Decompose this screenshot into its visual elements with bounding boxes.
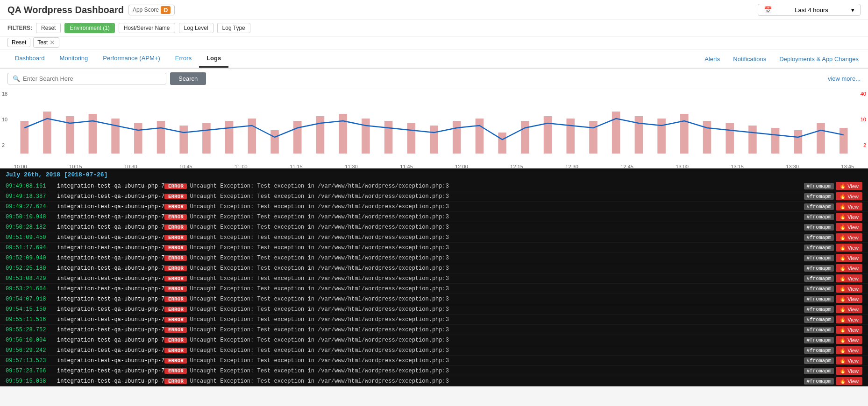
log-level-filter-button[interactable]: Log Level bbox=[179, 23, 213, 33]
log-type-filter-button[interactable]: Log Type bbox=[217, 23, 250, 33]
log-view-button[interactable]: 🔥 View bbox=[836, 305, 862, 313]
search-input[interactable] bbox=[23, 75, 161, 82]
log-view-button[interactable]: 🔥 View bbox=[836, 233, 862, 241]
fire-icon: 🔥 bbox=[840, 255, 846, 261]
log-actions: #fromapm 🔥 View bbox=[804, 326, 862, 334]
log-level-badge: ERROR bbox=[164, 296, 187, 302]
log-view-button[interactable]: 🔥 View bbox=[836, 285, 862, 293]
log-tag[interactable]: #fromapm bbox=[804, 203, 834, 210]
log-tag[interactable]: #fromapm bbox=[804, 193, 834, 200]
log-view-button[interactable]: 🔥 View bbox=[836, 377, 862, 385]
log-view-button[interactable]: 🔥 View bbox=[836, 274, 862, 282]
log-view-button[interactable]: 🔥 View bbox=[836, 367, 862, 375]
fire-icon: 🔥 bbox=[840, 296, 846, 302]
filter-tag-reset-button[interactable]: Reset bbox=[7, 38, 30, 47]
x-label-1245: 12:45 bbox=[620, 164, 633, 168]
nav-performance[interactable]: Performance (APM+) bbox=[95, 50, 167, 68]
log-tag[interactable]: #fromapm bbox=[804, 234, 834, 241]
filter-tag-close-icon[interactable]: ✕ bbox=[50, 39, 55, 46]
host-server-filter-button[interactable]: Host/Server Name bbox=[119, 23, 175, 33]
log-message: Uncaught Exception: Test exception in /v… bbox=[190, 275, 804, 282]
log-view-button[interactable]: 🔥 View bbox=[836, 203, 862, 210]
time-range-selector[interactable]: 📅 Last 4 hours ▾ bbox=[758, 4, 861, 16]
log-host: integration-test-qa-ubuntu-php-7 bbox=[57, 193, 164, 200]
log-tag[interactable]: #fromapm bbox=[804, 306, 834, 313]
fire-icon: 🔥 bbox=[840, 368, 846, 374]
environment-filter-button[interactable]: Environment (1) bbox=[64, 23, 114, 33]
search-button[interactable]: Search bbox=[170, 72, 206, 85]
fire-icon: 🔥 bbox=[840, 265, 846, 271]
svg-rect-28 bbox=[657, 119, 666, 154]
svg-rect-29 bbox=[680, 114, 689, 154]
log-tag[interactable]: #fromapm bbox=[804, 265, 834, 272]
log-tag[interactable]: #fromapm bbox=[804, 255, 834, 261]
log-view-button[interactable]: 🔥 View bbox=[836, 244, 862, 252]
log-time: 09:49:18.387 bbox=[6, 193, 57, 200]
log-tag[interactable]: #fromapm bbox=[804, 347, 834, 354]
nav-bar: Dashboard Monitoring Performance (APM+) … bbox=[0, 50, 868, 69]
svg-rect-34 bbox=[794, 130, 803, 154]
log-host: integration-test-qa-ubuntu-php-7 bbox=[57, 337, 164, 343]
log-view-button[interactable]: 🔥 View bbox=[836, 223, 862, 231]
log-tag[interactable]: #fromapm bbox=[804, 275, 834, 282]
svg-rect-5 bbox=[134, 123, 142, 154]
nav-monitoring[interactable]: Monitoring bbox=[52, 50, 96, 68]
app-score-badge[interactable]: App Score D bbox=[128, 5, 175, 15]
fire-icon: 🔥 bbox=[840, 378, 846, 384]
filters-bar: FILTERS: Reset Environment (1) Host/Serv… bbox=[0, 20, 868, 36]
log-tag[interactable]: #fromapm bbox=[804, 296, 834, 302]
reset-filter-button[interactable]: Reset bbox=[36, 23, 61, 33]
chart-y-axis-right: 40 10 2 bbox=[861, 89, 866, 150]
x-label-1015: 10:15 bbox=[69, 164, 82, 168]
log-tag[interactable]: #fromapm bbox=[804, 337, 834, 343]
search-bar: 🔍 Search view more... bbox=[0, 69, 868, 89]
filters-label: FILTERS: bbox=[7, 25, 32, 31]
log-tag[interactable]: #fromapm bbox=[804, 327, 834, 333]
log-view-button[interactable]: 🔥 View bbox=[836, 295, 862, 303]
log-tag[interactable]: #fromapm bbox=[804, 378, 834, 385]
log-tag[interactable]: #fromapm bbox=[804, 183, 834, 189]
log-actions: #fromapm 🔥 View bbox=[804, 357, 862, 364]
view-more-link[interactable]: view more... bbox=[828, 75, 861, 82]
log-row: 09:55:28.752 integration-test-qa-ubuntu-… bbox=[0, 325, 868, 335]
log-view-button[interactable]: 🔥 View bbox=[836, 336, 862, 344]
log-view-button[interactable]: 🔥 View bbox=[836, 213, 862, 221]
log-view-button[interactable]: 🔥 View bbox=[836, 264, 862, 272]
header: QA Wordpress Dashboard App Score D 📅 Las… bbox=[0, 0, 868, 20]
svg-rect-3 bbox=[89, 114, 97, 154]
search-input-wrap: 🔍 bbox=[7, 73, 166, 84]
log-view-button[interactable]: 🔥 View bbox=[836, 182, 862, 190]
log-tag[interactable]: #fromapm bbox=[804, 224, 834, 231]
log-view-button[interactable]: 🔥 View bbox=[836, 315, 862, 323]
log-row: 09:54:07.918 integration-test-qa-ubuntu-… bbox=[0, 294, 868, 304]
log-level-badge: ERROR bbox=[164, 266, 187, 271]
nav-logs[interactable]: Logs bbox=[199, 50, 228, 68]
log-view-button[interactable]: 🔥 View bbox=[836, 326, 862, 334]
log-view-button[interactable]: 🔥 View bbox=[836, 357, 862, 364]
svg-rect-6 bbox=[157, 121, 165, 154]
log-time: 09:55:11.516 bbox=[6, 316, 57, 323]
log-tag[interactable]: #fromapm bbox=[804, 368, 834, 374]
nav-deployments[interactable]: Deployments & App Changes bbox=[777, 51, 861, 67]
nav-dashboard[interactable]: Dashboard bbox=[7, 50, 52, 68]
calendar-icon: 📅 bbox=[764, 6, 772, 14]
log-view-button[interactable]: 🔥 View bbox=[836, 192, 862, 200]
y-right-bot: 2 bbox=[861, 142, 866, 148]
fire-icon: 🔥 bbox=[840, 203, 846, 210]
log-actions: #fromapm 🔥 View bbox=[804, 285, 862, 293]
svg-rect-30 bbox=[703, 121, 711, 154]
log-tag[interactable]: #fromapm bbox=[804, 245, 834, 251]
log-row: 09:59:15.038 integration-test-qa-ubuntu-… bbox=[0, 376, 868, 386]
nav-notifications[interactable]: Notifications bbox=[731, 51, 768, 67]
x-label-1330: 13:30 bbox=[786, 164, 799, 168]
log-tag[interactable]: #fromapm bbox=[804, 214, 834, 220]
log-tag[interactable]: #fromapm bbox=[804, 286, 834, 292]
log-view-button[interactable]: 🔥 View bbox=[836, 346, 862, 354]
log-level-badge: ERROR bbox=[164, 276, 187, 281]
nav-alerts[interactable]: Alerts bbox=[703, 51, 722, 67]
fire-icon: 🔥 bbox=[840, 224, 846, 230]
log-tag[interactable]: #fromapm bbox=[804, 316, 834, 323]
log-view-button[interactable]: 🔥 View bbox=[836, 254, 862, 262]
log-tag[interactable]: #fromapm bbox=[804, 357, 834, 364]
nav-errors[interactable]: Errors bbox=[168, 50, 199, 68]
